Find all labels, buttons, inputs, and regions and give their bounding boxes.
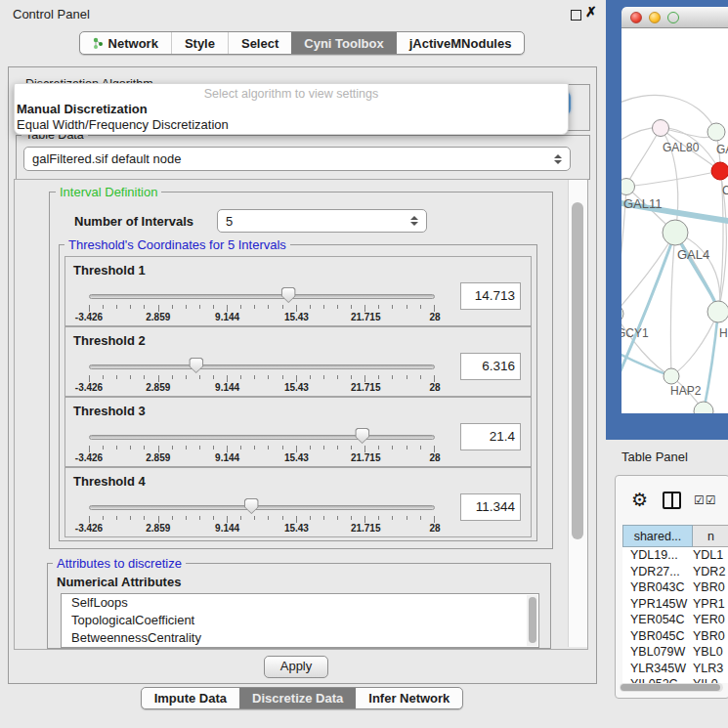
gear-icon[interactable]: ⚙ bbox=[631, 491, 648, 509]
tick-mark bbox=[199, 375, 200, 379]
cell-shared-name[interactable]: YLR345W bbox=[622, 662, 693, 675]
tab-network[interactable]: Network bbox=[80, 32, 171, 54]
threshold-3-value-input[interactable]: 21.4 bbox=[460, 423, 521, 450]
tab-jactivemnodules[interactable]: jActiveMNodules bbox=[397, 32, 525, 54]
horizontal-scrollbar[interactable] bbox=[620, 683, 723, 692]
table-row[interactable]: YBR043CYBR0 bbox=[622, 579, 728, 596]
slider-handle[interactable] bbox=[244, 498, 259, 514]
cell-name[interactable]: YBL0 bbox=[693, 645, 728, 659]
algorithm-option-manual[interactable]: Manual Discretization bbox=[15, 102, 568, 117]
column-header-name[interactable]: n bbox=[693, 525, 728, 547]
cell-name[interactable]: YLR3 bbox=[693, 662, 728, 675]
slider-track[interactable] bbox=[89, 505, 435, 510]
apply-button[interactable]: Apply bbox=[264, 656, 328, 678]
cell-shared-name[interactable]: YDL19... bbox=[622, 548, 693, 562]
minimize-traffic-light-icon[interactable] bbox=[649, 12, 661, 23]
attribute-list-item[interactable]: SelfLoops bbox=[62, 594, 538, 612]
algorithm-option-equal-width[interactable]: Equal Width/Frequency Discretization bbox=[15, 117, 568, 133]
column-header-shared-name[interactable]: shared... bbox=[622, 525, 693, 547]
tick-mark bbox=[434, 375, 435, 382]
zoom-traffic-light-icon[interactable] bbox=[667, 12, 679, 23]
slider-handle[interactable] bbox=[355, 428, 369, 444]
tick-label: 28 bbox=[429, 382, 440, 393]
list-scrollbar[interactable] bbox=[527, 595, 537, 646]
tick-mark bbox=[186, 305, 187, 309]
tab-select-label: Select bbox=[241, 36, 278, 51]
cell-name[interactable]: YBR0 bbox=[693, 629, 728, 643]
tab-cyni-toolbox[interactable]: Cyni Toolbox bbox=[291, 32, 396, 54]
threshold-3-slider[interactable] bbox=[89, 433, 435, 443]
tick-mark bbox=[337, 375, 338, 379]
vertical-scrollbar[interactable] bbox=[568, 180, 587, 647]
close-traffic-light-icon[interactable] bbox=[630, 12, 642, 23]
tick-mark bbox=[407, 516, 407, 520]
network-window-titlebar[interactable] bbox=[621, 7, 728, 28]
table-row[interactable]: YBL079WYBL0 bbox=[622, 644, 728, 661]
tab-select[interactable]: Select bbox=[228, 32, 291, 54]
table-row[interactable]: YDR27...YDR2 bbox=[622, 564, 728, 580]
tick-mark bbox=[310, 516, 311, 520]
tick-mark bbox=[378, 375, 379, 379]
tick-label: 2.859 bbox=[146, 452, 170, 463]
attribute-list-item[interactable]: BetweennessCentrality bbox=[62, 629, 538, 647]
numerical-attributes-list[interactable]: SelfLoopsTopologicalCoefficientBetweenne… bbox=[61, 593, 539, 648]
tab-impute-data[interactable]: Impute Data bbox=[142, 688, 239, 708]
table-row[interactable]: YLR345WYLR3 bbox=[622, 661, 728, 677]
slider-track[interactable] bbox=[89, 364, 435, 369]
thresholds-group-title: Threshold's Coordinates for 5 Intervals bbox=[64, 237, 290, 252]
cell-name[interactable]: YDL1 bbox=[693, 548, 728, 562]
attribute-list-item[interactable]: TopologicalCoefficient bbox=[62, 612, 538, 629]
network-canvas[interactable]: GAL80 GA C GAL11 GAL4 GCY1 H HAP2 bbox=[621, 28, 728, 413]
node-label-gal11: GAL11 bbox=[623, 196, 663, 211]
tab-impute-data-label: Impute Data bbox=[154, 691, 227, 706]
cell-shared-name[interactable]: YBL079W bbox=[622, 645, 693, 659]
tick-label: 2.859 bbox=[146, 382, 170, 393]
tab-style[interactable]: Style bbox=[171, 32, 228, 54]
network-view-window[interactable]: GAL80 GA C GAL11 GAL4 GCY1 H HAP2 bbox=[606, 0, 728, 440]
threshold-2-slider[interactable] bbox=[89, 363, 435, 372]
tab-infer-network[interactable]: Infer Network bbox=[356, 688, 462, 708]
horizontal-scrollbar-thumb[interactable] bbox=[621, 684, 720, 691]
cell-shared-name[interactable]: YBR043C bbox=[622, 580, 693, 594]
algorithm-placeholder-option[interactable]: Select algorithm to view settings bbox=[15, 86, 568, 102]
select-all-checkboxes-icon[interactable]: ☑☑ bbox=[694, 493, 717, 507]
number-of-intervals-combobox[interactable]: 5 bbox=[217, 209, 427, 233]
threshold-4-label: Threshold 4 bbox=[73, 474, 146, 489]
slider-track[interactable] bbox=[89, 294, 435, 299]
table-row[interactable]: YPR145WYPR1 bbox=[622, 596, 728, 613]
cell-name[interactable]: YER0 bbox=[693, 613, 728, 626]
cell-name[interactable]: YPR1 bbox=[693, 597, 728, 611]
tab-discretize-data[interactable]: Discretize Data bbox=[239, 688, 356, 708]
threshold-2-value-input[interactable]: 6.316 bbox=[460, 353, 521, 380]
threshold-1-value-input[interactable]: 14.713 bbox=[460, 282, 521, 310]
table-row[interactable]: YER054CYER0 bbox=[622, 612, 728, 628]
list-scrollbar-thumb[interactable] bbox=[529, 597, 536, 643]
tick-label: 15.43 bbox=[284, 312, 309, 322]
tick-label: 28 bbox=[429, 312, 440, 322]
threshold-4-value-input[interactable]: 11.344 bbox=[460, 493, 521, 521]
table-row[interactable]: YIL052CYIL0 bbox=[622, 676, 728, 683]
close-icon[interactable]: ✗ bbox=[585, 4, 597, 20]
slider-ticks bbox=[89, 516, 435, 523]
cell-shared-name[interactable]: YBR045C bbox=[622, 629, 693, 643]
cell-name[interactable]: YDR2 bbox=[693, 565, 728, 578]
tick-label: -3.426 bbox=[75, 312, 103, 322]
cell-shared-name[interactable]: YER054C bbox=[622, 613, 693, 626]
threshold-4-slider[interactable] bbox=[89, 503, 435, 513]
algorithm-dropdown-popup: Select algorithm to view settings Manual… bbox=[14, 83, 569, 135]
table-data-combobox[interactable]: galFiltered.sif default node bbox=[23, 147, 571, 171]
cell-shared-name[interactable]: YDR27... bbox=[622, 565, 693, 578]
app-root: Control Panel ✗ Network Style Select Cyn… bbox=[0, 0, 728, 728]
threshold-1-slider[interactable] bbox=[89, 292, 435, 302]
columns-icon[interactable] bbox=[663, 492, 681, 509]
slider-track[interactable] bbox=[89, 435, 435, 440]
float-window-icon[interactable] bbox=[571, 10, 581, 21]
cell-name[interactable]: YBR0 bbox=[693, 580, 728, 594]
slider-handle[interactable] bbox=[189, 358, 203, 373]
slider-handle[interactable] bbox=[281, 287, 296, 303]
table-row[interactable]: YDL19...YDL1 bbox=[622, 547, 728, 564]
tick-mark bbox=[89, 516, 90, 523]
scrollbar-thumb[interactable] bbox=[572, 202, 583, 539]
table-row[interactable]: YBR045CYBR0 bbox=[622, 628, 728, 645]
cell-shared-name[interactable]: YPR145W bbox=[622, 597, 693, 611]
